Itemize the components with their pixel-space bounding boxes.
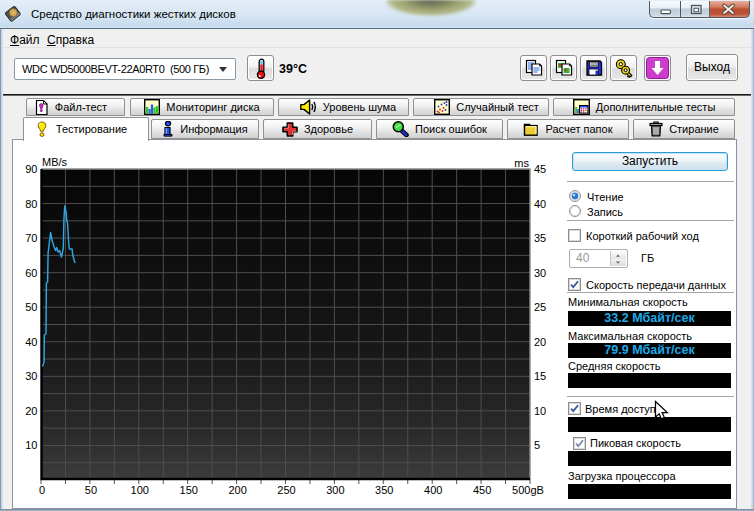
- svg-text:150: 150: [180, 484, 198, 496]
- svg-text:80: 80: [25, 198, 37, 210]
- svg-text:20: 20: [534, 336, 546, 348]
- svg-text:20: 20: [25, 405, 37, 417]
- svg-text:250: 250: [277, 484, 295, 496]
- svg-text:60: 60: [25, 267, 37, 279]
- svg-text:100: 100: [131, 484, 149, 496]
- svg-text:10: 10: [25, 439, 37, 451]
- svg-text:25: 25: [534, 301, 546, 313]
- svg-text:0: 0: [39, 484, 45, 496]
- svg-text:5: 5: [534, 439, 540, 451]
- svg-text:400: 400: [424, 484, 442, 496]
- svg-text:350: 350: [375, 484, 393, 496]
- svg-text:50: 50: [25, 301, 37, 313]
- svg-text:15: 15: [534, 370, 546, 382]
- svg-text:40: 40: [534, 198, 546, 210]
- svg-text:90: 90: [25, 163, 37, 175]
- svg-text:450: 450: [473, 484, 491, 496]
- svg-text:30: 30: [25, 370, 37, 382]
- svg-text:30: 30: [534, 267, 546, 279]
- svg-text:200: 200: [228, 484, 246, 496]
- svg-text:ms: ms: [514, 157, 529, 169]
- svg-text:70: 70: [25, 232, 37, 244]
- svg-text:45: 45: [534, 163, 546, 175]
- svg-text:40: 40: [25, 336, 37, 348]
- svg-text:500gB: 500gB: [512, 484, 544, 496]
- svg-text:MB/s: MB/s: [42, 156, 68, 168]
- svg-text:50: 50: [85, 484, 97, 496]
- svg-text:300: 300: [326, 484, 344, 496]
- svg-text:10: 10: [534, 405, 546, 417]
- svg-text:35: 35: [534, 232, 546, 244]
